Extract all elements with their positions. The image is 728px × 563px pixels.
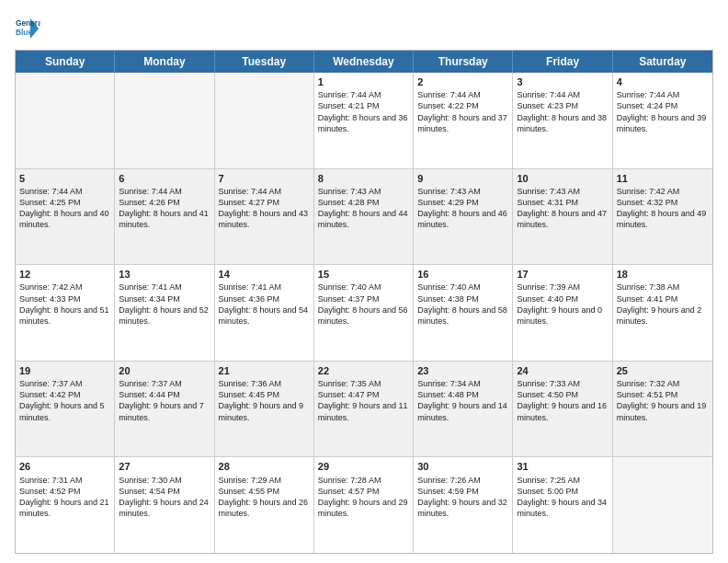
day-number: 24 xyxy=(517,364,608,377)
cell-content: Sunrise: 7:36 AMSunset: 4:45 PMDaylight:… xyxy=(219,378,310,423)
calendar-cell: 23Sunrise: 7:34 AMSunset: 4:48 PMDayligh… xyxy=(414,362,513,457)
header-day: Friday xyxy=(513,51,612,73)
day-number: 31 xyxy=(517,460,608,473)
cell-content: Sunrise: 7:38 AMSunset: 4:41 PMDaylight:… xyxy=(617,282,709,327)
day-number: 9 xyxy=(417,172,508,185)
day-number: 14 xyxy=(219,268,310,281)
cell-content: Sunrise: 7:28 AMSunset: 4:57 PMDaylight:… xyxy=(318,475,409,520)
day-number: 28 xyxy=(219,460,310,473)
header-day: Monday xyxy=(115,51,214,73)
logo: General Blue xyxy=(15,15,44,40)
cell-content: Sunrise: 7:44 AMSunset: 4:26 PMDaylight:… xyxy=(119,186,210,231)
day-number: 4 xyxy=(617,75,709,88)
day-number: 20 xyxy=(119,364,210,377)
header-day: Sunday xyxy=(16,51,115,73)
cell-content: Sunrise: 7:40 AMSunset: 4:38 PMDaylight:… xyxy=(417,282,508,327)
calendar-cell: 9Sunrise: 7:43 AMSunset: 4:29 PMDaylight… xyxy=(414,169,513,265)
day-number: 8 xyxy=(318,172,409,185)
calendar-cell xyxy=(115,73,214,168)
calendar-cell: 28Sunrise: 7:29 AMSunset: 4:55 PMDayligh… xyxy=(215,457,314,553)
logo-icon: General Blue xyxy=(15,15,40,40)
calendar-cell: 12Sunrise: 7:42 AMSunset: 4:33 PMDayligh… xyxy=(16,265,115,361)
header-day: Thursday xyxy=(414,51,513,73)
calendar-cell: 19Sunrise: 7:37 AMSunset: 4:42 PMDayligh… xyxy=(16,362,115,457)
day-number: 1 xyxy=(318,75,409,88)
calendar-row: 26Sunrise: 7:31 AMSunset: 4:52 PMDayligh… xyxy=(16,457,712,553)
header: General Blue xyxy=(15,15,713,40)
cell-content: Sunrise: 7:43 AMSunset: 4:28 PMDaylight:… xyxy=(318,186,409,231)
header-day: Tuesday xyxy=(215,51,314,73)
cell-content: Sunrise: 7:41 AMSunset: 4:36 PMDaylight:… xyxy=(219,282,310,327)
cell-content: Sunrise: 7:44 AMSunset: 4:24 PMDaylight:… xyxy=(617,89,709,134)
cell-content: Sunrise: 7:29 AMSunset: 4:55 PMDaylight:… xyxy=(219,475,310,520)
page: General Blue SundayMondayTuesdayWednesda… xyxy=(0,0,728,563)
calendar-cell: 10Sunrise: 7:43 AMSunset: 4:31 PMDayligh… xyxy=(513,169,612,265)
day-number: 10 xyxy=(517,172,608,185)
day-number: 16 xyxy=(417,268,508,281)
day-number: 23 xyxy=(417,364,508,377)
calendar-cell: 25Sunrise: 7:32 AMSunset: 4:51 PMDayligh… xyxy=(613,362,712,457)
calendar-cell: 17Sunrise: 7:39 AMSunset: 4:40 PMDayligh… xyxy=(513,265,612,361)
day-number: 27 xyxy=(119,460,210,473)
calendar-cell: 30Sunrise: 7:26 AMSunset: 4:59 PMDayligh… xyxy=(414,457,513,553)
calendar-cell: 5Sunrise: 7:44 AMSunset: 4:25 PMDaylight… xyxy=(16,169,115,265)
calendar-row: 1Sunrise: 7:44 AMSunset: 4:21 PMDaylight… xyxy=(16,73,712,169)
calendar-header: SundayMondayTuesdayWednesdayThursdayFrid… xyxy=(16,51,712,73)
day-number: 11 xyxy=(617,172,709,185)
svg-text:Blue: Blue xyxy=(16,28,32,37)
calendar-cell: 1Sunrise: 7:44 AMSunset: 4:21 PMDaylight… xyxy=(314,73,414,168)
cell-content: Sunrise: 7:35 AMSunset: 4:47 PMDaylight:… xyxy=(318,378,409,423)
svg-text:General: General xyxy=(16,18,40,28)
calendar-cell xyxy=(16,73,115,168)
day-number: 3 xyxy=(517,75,608,88)
calendar-body: 1Sunrise: 7:44 AMSunset: 4:21 PMDaylight… xyxy=(16,73,712,553)
day-number: 25 xyxy=(617,364,709,377)
cell-content: Sunrise: 7:44 AMSunset: 4:22 PMDaylight:… xyxy=(417,89,508,134)
day-number: 30 xyxy=(417,460,508,473)
calendar-cell: 13Sunrise: 7:41 AMSunset: 4:34 PMDayligh… xyxy=(115,265,214,361)
day-number: 6 xyxy=(119,172,210,185)
calendar-row: 12Sunrise: 7:42 AMSunset: 4:33 PMDayligh… xyxy=(16,265,712,362)
day-number: 19 xyxy=(19,364,110,377)
cell-content: Sunrise: 7:37 AMSunset: 4:42 PMDaylight:… xyxy=(19,378,110,423)
calendar-cell: 14Sunrise: 7:41 AMSunset: 4:36 PMDayligh… xyxy=(215,265,314,361)
cell-content: Sunrise: 7:44 AMSunset: 4:21 PMDaylight:… xyxy=(318,89,409,134)
calendar-cell: 4Sunrise: 7:44 AMSunset: 4:24 PMDaylight… xyxy=(613,73,712,168)
calendar-cell: 8Sunrise: 7:43 AMSunset: 4:28 PMDaylight… xyxy=(314,169,414,265)
calendar-cell: 18Sunrise: 7:38 AMSunset: 4:41 PMDayligh… xyxy=(613,265,712,361)
cell-content: Sunrise: 7:41 AMSunset: 4:34 PMDaylight:… xyxy=(119,282,210,327)
cell-content: Sunrise: 7:42 AMSunset: 4:33 PMDaylight:… xyxy=(19,282,110,327)
cell-content: Sunrise: 7:40 AMSunset: 4:37 PMDaylight:… xyxy=(318,282,409,327)
calendar-cell: 15Sunrise: 7:40 AMSunset: 4:37 PMDayligh… xyxy=(314,265,414,361)
calendar-cell: 27Sunrise: 7:30 AMSunset: 4:54 PMDayligh… xyxy=(115,457,214,553)
day-number: 26 xyxy=(19,460,110,473)
calendar-cell xyxy=(613,457,712,553)
calendar-cell: 6Sunrise: 7:44 AMSunset: 4:26 PMDaylight… xyxy=(115,169,214,265)
calendar: SundayMondayTuesdayWednesdayThursdayFrid… xyxy=(15,50,713,554)
calendar-cell: 11Sunrise: 7:42 AMSunset: 4:32 PMDayligh… xyxy=(613,169,712,265)
day-number: 7 xyxy=(219,172,310,185)
cell-content: Sunrise: 7:32 AMSunset: 4:51 PMDaylight:… xyxy=(617,378,709,423)
day-number: 29 xyxy=(318,460,409,473)
day-number: 12 xyxy=(19,268,110,281)
calendar-cell: 3Sunrise: 7:44 AMSunset: 4:23 PMDaylight… xyxy=(513,73,612,168)
calendar-cell: 26Sunrise: 7:31 AMSunset: 4:52 PMDayligh… xyxy=(16,457,115,553)
header-day: Saturday xyxy=(613,51,712,73)
calendar-cell: 20Sunrise: 7:37 AMSunset: 4:44 PMDayligh… xyxy=(115,362,214,457)
cell-content: Sunrise: 7:25 AMSunset: 5:00 PMDaylight:… xyxy=(517,475,608,520)
cell-content: Sunrise: 7:37 AMSunset: 4:44 PMDaylight:… xyxy=(119,378,210,423)
cell-content: Sunrise: 7:33 AMSunset: 4:50 PMDaylight:… xyxy=(517,378,608,423)
calendar-cell: 16Sunrise: 7:40 AMSunset: 4:38 PMDayligh… xyxy=(414,265,513,361)
cell-content: Sunrise: 7:42 AMSunset: 4:32 PMDaylight:… xyxy=(617,186,709,231)
cell-content: Sunrise: 7:39 AMSunset: 4:40 PMDaylight:… xyxy=(517,282,608,327)
day-number: 2 xyxy=(417,75,508,88)
calendar-row: 19Sunrise: 7:37 AMSunset: 4:42 PMDayligh… xyxy=(16,362,712,458)
day-number: 13 xyxy=(119,268,210,281)
calendar-cell: 24Sunrise: 7:33 AMSunset: 4:50 PMDayligh… xyxy=(513,362,612,457)
cell-content: Sunrise: 7:44 AMSunset: 4:23 PMDaylight:… xyxy=(517,89,608,134)
cell-content: Sunrise: 7:30 AMSunset: 4:54 PMDaylight:… xyxy=(119,475,210,520)
calendar-cell: 29Sunrise: 7:28 AMSunset: 4:57 PMDayligh… xyxy=(314,457,414,553)
cell-content: Sunrise: 7:44 AMSunset: 4:25 PMDaylight:… xyxy=(19,186,110,231)
calendar-cell: 2Sunrise: 7:44 AMSunset: 4:22 PMDaylight… xyxy=(414,73,513,168)
cell-content: Sunrise: 7:34 AMSunset: 4:48 PMDaylight:… xyxy=(417,378,508,423)
